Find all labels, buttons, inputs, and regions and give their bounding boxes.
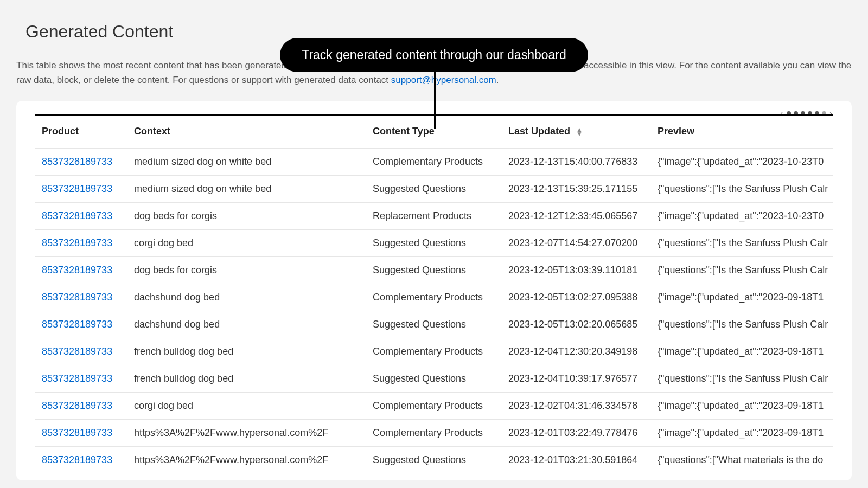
cell-product: 8537328189733 bbox=[35, 447, 127, 474]
cell-last-updated: 2023-12-04T12:30:20.349198 bbox=[502, 338, 651, 365]
cell-content-type: Complementary Products bbox=[366, 338, 502, 365]
table-row: 8537328189733dachshund dog bedComplement… bbox=[35, 284, 833, 311]
cell-last-updated: 2023-12-02T04:31:46.334578 bbox=[502, 393, 651, 420]
cell-content-type: Complementary Products bbox=[366, 420, 502, 447]
cell-context: dog beds for corgis bbox=[127, 203, 366, 230]
table-row: 8537328189733corgi dog bedSuggested Ques… bbox=[35, 230, 833, 257]
cell-preview: {"questions":["Is the Sanfuss Plush Calr bbox=[651, 230, 833, 257]
cell-preview: {"image":{"updated_at":"2023-10-23T0 bbox=[651, 203, 833, 230]
table-row: 8537328189733dog beds for corgisSuggeste… bbox=[35, 257, 833, 284]
product-link[interactable]: 8537328189733 bbox=[42, 156, 112, 167]
col-header-preview[interactable]: Preview bbox=[651, 116, 833, 149]
product-link[interactable]: 8537328189733 bbox=[42, 210, 112, 221]
product-link[interactable]: 8537328189733 bbox=[42, 237, 112, 248]
col-header-context[interactable]: Context bbox=[127, 116, 366, 149]
cell-last-updated: 2023-12-01T03:22:49.778476 bbox=[502, 420, 651, 447]
page-description: This table shows the most recent content… bbox=[16, 58, 852, 87]
product-link[interactable]: 8537328189733 bbox=[42, 319, 112, 330]
table-row: 8537328189733medium sized dog on white b… bbox=[35, 176, 833, 203]
cell-preview: {"questions":["Is the Sanfuss Plush Calr bbox=[651, 365, 833, 393]
table-row: 8537328189733https%3A%2F%2Fwww.hypersona… bbox=[35, 447, 833, 474]
cell-product: 8537328189733 bbox=[35, 365, 127, 393]
cell-preview: {"image":{"updated_at":"2023-09-18T1 bbox=[651, 284, 833, 311]
cell-content-type: Complementary Products bbox=[366, 393, 502, 420]
cell-context: dog beds for corgis bbox=[127, 257, 366, 284]
support-email-link[interactable]: support@hypersonal.com bbox=[391, 75, 496, 85]
cell-product: 8537328189733 bbox=[35, 230, 127, 257]
cell-context: https%3A%2F%2Fwww.hypersonal.com%2F bbox=[127, 447, 366, 474]
generated-content-table: Product Context Content Type Last Update… bbox=[35, 116, 833, 473]
cell-last-updated: 2023-12-05T13:02:20.065685 bbox=[502, 311, 651, 338]
description-text-post: . bbox=[496, 75, 499, 85]
cell-preview: {"questions":["Is the Sanfuss Plush Calr bbox=[651, 257, 833, 284]
cell-content-type: Suggested Questions bbox=[366, 257, 502, 284]
cell-product: 8537328189733 bbox=[35, 203, 127, 230]
cell-last-updated: 2023-12-07T14:54:27.070200 bbox=[502, 230, 651, 257]
cell-context: medium sized dog on white bed bbox=[127, 149, 366, 176]
cell-product: 8537328189733 bbox=[35, 176, 127, 203]
cell-last-updated: 2023-12-13T15:39:25.171155 bbox=[502, 176, 651, 203]
cell-product: 8537328189733 bbox=[35, 311, 127, 338]
product-link[interactable]: 8537328189733 bbox=[42, 400, 112, 411]
product-link[interactable]: 8537328189733 bbox=[42, 427, 112, 438]
content-table-card: ‹ › Product Context Con bbox=[16, 101, 852, 480]
page-title: Generated Content bbox=[25, 22, 852, 42]
cell-context: dachshund dog bed bbox=[127, 311, 366, 338]
cell-content-type: Complementary Products bbox=[366, 284, 502, 311]
cell-product: 8537328189733 bbox=[35, 338, 127, 365]
table-row: 8537328189733https%3A%2F%2Fwww.hypersona… bbox=[35, 420, 833, 447]
product-link[interactable]: 8537328189733 bbox=[42, 292, 112, 303]
cell-context: https%3A%2F%2Fwww.hypersonal.com%2F bbox=[127, 420, 366, 447]
product-link[interactable]: 8537328189733 bbox=[42, 373, 112, 384]
cell-preview: {"image":{"updated_at":"2023-09-18T1 bbox=[651, 338, 833, 365]
cell-context: medium sized dog on white bed bbox=[127, 176, 366, 203]
product-link[interactable]: 8537328189733 bbox=[42, 183, 112, 194]
col-header-last-updated[interactable]: Last Updated bbox=[502, 116, 651, 149]
product-link[interactable]: 8537328189733 bbox=[42, 346, 112, 357]
cell-content-type: Suggested Questions bbox=[366, 230, 502, 257]
cell-content-type: Suggested Questions bbox=[366, 365, 502, 393]
cell-last-updated: 2023-12-12T12:33:45.065567 bbox=[502, 203, 651, 230]
cell-context: french bulldog dog bed bbox=[127, 338, 366, 365]
col-header-content-type[interactable]: Content Type bbox=[366, 116, 502, 149]
cell-product: 8537328189733 bbox=[35, 257, 127, 284]
cell-context: corgi dog bed bbox=[127, 230, 366, 257]
cell-last-updated: 2023-12-05T13:02:27.095388 bbox=[502, 284, 651, 311]
cell-content-type: Suggested Questions bbox=[366, 447, 502, 474]
table-row: 8537328189733medium sized dog on white b… bbox=[35, 149, 833, 176]
cell-context: french bulldog dog bed bbox=[127, 365, 366, 393]
cell-last-updated: 2023-12-01T03:21:30.591864 bbox=[502, 447, 651, 474]
cell-preview: {"image":{"updated_at":"2023-10-23T0 bbox=[651, 149, 833, 176]
cell-last-updated: 2023-12-05T13:03:39.110181 bbox=[502, 257, 651, 284]
product-link[interactable]: 8537328189733 bbox=[42, 265, 112, 275]
cell-last-updated: 2023-12-04T10:39:17.976577 bbox=[502, 365, 651, 393]
sort-indicator-icon bbox=[576, 128, 583, 136]
table-row: 8537328189733dachshund dog bedSuggested … bbox=[35, 311, 833, 338]
cell-content-type: Complementary Products bbox=[366, 149, 502, 176]
cell-content-type: Suggested Questions bbox=[366, 176, 502, 203]
cell-preview: {"questions":["Is the Sanfuss Plush Calr bbox=[651, 311, 833, 338]
col-header-last-updated-label: Last Updated bbox=[508, 126, 570, 137]
table-row: 8537328189733french bulldog dog bedSugge… bbox=[35, 365, 833, 393]
cell-preview: {"questions":["Is the Sanfuss Plush Calr bbox=[651, 176, 833, 203]
cell-last-updated: 2023-12-13T15:40:00.776833 bbox=[502, 149, 651, 176]
cell-product: 8537328189733 bbox=[35, 393, 127, 420]
col-header-product[interactable]: Product bbox=[35, 116, 127, 149]
cell-product: 8537328189733 bbox=[35, 149, 127, 176]
table-row: 8537328189733dog beds for corgisReplacem… bbox=[35, 203, 833, 230]
cell-content-type: Replacement Products bbox=[366, 203, 502, 230]
product-link[interactable]: 8537328189733 bbox=[42, 454, 112, 465]
cell-content-type: Suggested Questions bbox=[366, 311, 502, 338]
cell-product: 8537328189733 bbox=[35, 420, 127, 447]
table-row: 8537328189733corgi dog bedComplementary … bbox=[35, 393, 833, 420]
cell-preview: {"questions":["What materials is the do bbox=[651, 447, 833, 474]
table-row: 8537328189733french bulldog dog bedCompl… bbox=[35, 338, 833, 365]
cell-product: 8537328189733 bbox=[35, 284, 127, 311]
cell-preview: {"image":{"updated_at":"2023-09-18T1 bbox=[651, 393, 833, 420]
cell-context: corgi dog bed bbox=[127, 393, 366, 420]
cell-context: dachshund dog bed bbox=[127, 284, 366, 311]
cell-preview: {"image":{"updated_at":"2023-09-18T1 bbox=[651, 420, 833, 447]
